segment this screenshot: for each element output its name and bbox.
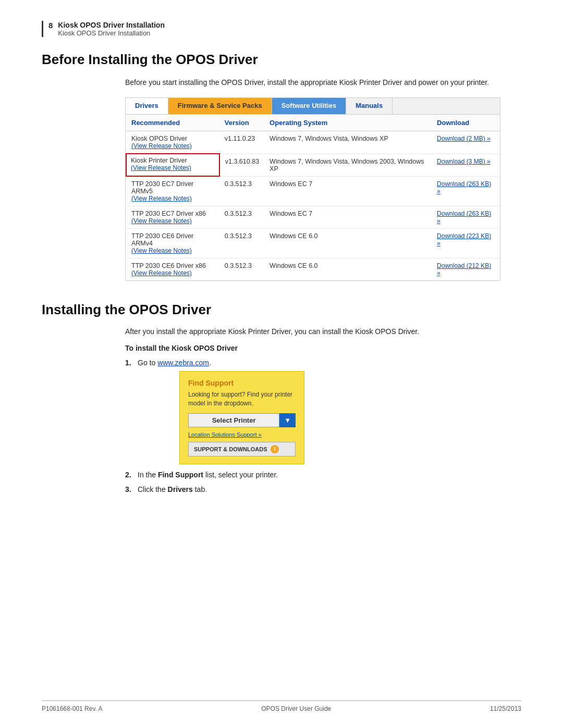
step-heading: To install the Kiosk OPOS Driver [125,344,500,352]
table-row: Kiosk Printer Driver(View Release Notes)… [126,154,500,176]
section2: Installing the OPOS Driver After you ins… [42,302,521,493]
tab-firmware[interactable]: Firmware & Service Packs [168,98,272,114]
download-link[interactable]: Download (2 MB) » [437,135,491,142]
driver-download-cell: Download (263 KB) » [432,206,500,229]
driver-os-cell: Windows CE 6.0 [264,258,432,281]
driver-version-cell: 0.3.512.3 [219,229,264,258]
download-link[interactable]: Download (3 MB) » [437,158,491,165]
step-1-text-before: Go to [138,359,157,367]
header-breadcrumb: 8 Kiosk OPOS Driver Installation Kiosk O… [42,21,521,37]
driver-download-cell: Download (263 KB) » [432,176,500,206]
driver-os-cell: Windows CE 6.0 [264,229,432,258]
download-link[interactable]: Download (212 KB) » [437,262,491,277]
step-2-num: 2. [125,471,138,479]
tab-row: Drivers Firmware & Service Packs Softwar… [126,98,500,115]
driver-version-cell: v1.11.0.23 [219,131,264,154]
driver-name-text: TTP 2030 CE6 Driver ARMv4 [131,232,193,247]
tab-drivers[interactable]: Drivers [126,98,168,114]
step-3-rest: tab. [193,485,207,493]
table-row: TTP 2030 EC7 Driver ARMv5(View Release N… [126,176,500,206]
col-download: Download [432,115,500,131]
driver-os-cell: Windows EC 7 [264,176,432,206]
step-2-content: In the Find Support list, select your pr… [138,471,500,479]
page-number: 8 [48,21,53,30]
support-downloads-button[interactable]: SUPPORT & DOWNLOADS i [188,442,296,456]
driver-name-cell: TTP 2030 CE6 Driver ARMv4(View Release N… [126,229,219,258]
step-1: 1. Go to www.zebra.com. Find Support Loo… [125,359,500,464]
col-version: Version [219,115,264,131]
table-row: Kiosk OPOS Driver(View Release Notes)v1.… [126,131,500,154]
footer-right: 11/25/2013 [490,705,521,712]
step-2-bold: Find Support [158,471,203,479]
table-row: TTP 2030 CE6 Driver ARMv4(View Release N… [126,229,500,258]
step-3: 3. Click the Drivers tab. [125,485,500,493]
support-downloads-label: SUPPORT & DOWNLOADS [194,446,267,452]
download-link[interactable]: Download (263 KB) » [437,210,491,225]
header-title-sub: Kiosk OPOS Driver Installation [58,29,165,37]
location-solutions-link[interactable]: Location Solutions Support » [188,431,296,438]
driver-version-cell: 0.3.512.3 [219,176,264,206]
driver-version-cell: v1.3.610.83 [219,154,264,176]
step-3-prefix: Click the [138,485,168,493]
view-release-notes-link[interactable]: (View Release Notes) [131,269,214,277]
zebra-link[interactable]: www.zebra.com [157,359,209,367]
find-support-title: Find Support [188,379,296,387]
view-release-notes-link[interactable]: (View Release Notes) [131,164,215,171]
tab-software[interactable]: Software Utilities [272,98,346,114]
select-printer-row: Select Printer ▼ [188,413,296,427]
header-text: Kiosk OPOS Driver Installation Kiosk OPO… [58,21,165,37]
section1-intro: Before you start installing the OPOS Dri… [125,77,500,88]
footer-center: OPOS Driver User Guide [261,705,331,712]
driver-download-cell: Download (3 MB) » [432,154,500,176]
step-2-rest: list, select your printer. [203,471,278,479]
step-3-num: 3. [125,485,138,493]
driver-name-cell: TTP 2030 CE6 Driver x86(View Release Not… [126,258,219,281]
download-link[interactable]: Download (263 KB) » [437,180,491,195]
table-row: TTP 2030 CE6 Driver x86(View Release Not… [126,258,500,281]
driver-name-text: TTP 2030 EC7 Driver x86 [131,210,206,217]
driver-version-cell: 0.3.512.3 [219,206,264,229]
header-title-bold: Kiosk OPOS Driver Installation [58,21,165,29]
driver-name-cell: TTP 2030 EC7 Driver ARMv5(View Release N… [126,176,219,206]
driver-name-text: TTP 2030 CE6 Driver x86 [131,262,206,269]
driver-os-cell: Windows EC 7 [264,206,432,229]
driver-os-cell: Windows 7, Windows Vista, Windows XP [264,131,432,154]
section2-intro: After you install the appropriate Kiosk … [125,327,500,336]
driver-table: Recommended Version Operating System Dow… [126,115,500,280]
install-steps: After you install the appropriate Kiosk … [125,327,500,493]
find-support-widget: Find Support Looking for support? Find y… [179,371,304,464]
section1-heading: Before Installing the OPOS Driver [42,52,521,68]
step-1-period: . [209,359,211,367]
driver-download-cell: Download (212 KB) » [432,258,500,281]
page: 8 Kiosk OPOS Driver Installation Kiosk O… [0,0,563,728]
driver-download-cell: Download (223 KB) » [432,229,500,258]
download-link[interactable]: Download (223 KB) » [437,232,491,247]
find-support-desc: Looking for support? Find your printer m… [188,390,296,408]
col-recommended: Recommended [126,115,219,131]
select-printer-button[interactable]: Select Printer [188,413,279,427]
driver-os-cell: Windows 7, Windows Vista, Windows 2003, … [264,154,432,176]
driver-version-cell: 0.3.512.3 [219,258,264,281]
driver-name-text: TTP 2030 EC7 Driver ARMv5 [131,180,193,195]
tab-manuals[interactable]: Manuals [346,98,393,114]
dropdown-arrow-icon[interactable]: ▼ [279,413,296,427]
table-row: TTP 2030 EC7 Driver x86(View Release Not… [126,206,500,229]
step-3-content: Click the Drivers tab. [138,485,500,493]
step-3-bold: Drivers [168,485,193,493]
step-2-prefix: In the [138,471,158,479]
driver-table-container: Drivers Firmware & Service Packs Softwar… [125,97,500,281]
driver-name-cell: Kiosk Printer Driver(View Release Notes) [126,154,219,176]
col-os: Operating System [264,115,432,131]
view-release-notes-link[interactable]: (View Release Notes) [131,195,214,202]
driver-name-cell: Kiosk OPOS Driver(View Release Notes) [126,131,219,154]
driver-name-cell: TTP 2030 EC7 Driver x86(View Release Not… [126,206,219,229]
footer: P1061668-001 Rev. A OPOS Driver User Gui… [42,700,521,712]
view-release-notes-link[interactable]: (View Release Notes) [131,247,214,254]
driver-download-cell: Download (2 MB) » [432,131,500,154]
support-btn-icon: i [271,445,279,453]
view-release-notes-link[interactable]: (View Release Notes) [131,142,214,150]
view-release-notes-link[interactable]: (View Release Notes) [131,217,214,225]
driver-name-text: Kiosk Printer Driver [131,157,187,164]
driver-name-text: Kiosk OPOS Driver [131,135,187,142]
step-2: 2. In the Find Support list, select your… [125,471,500,479]
